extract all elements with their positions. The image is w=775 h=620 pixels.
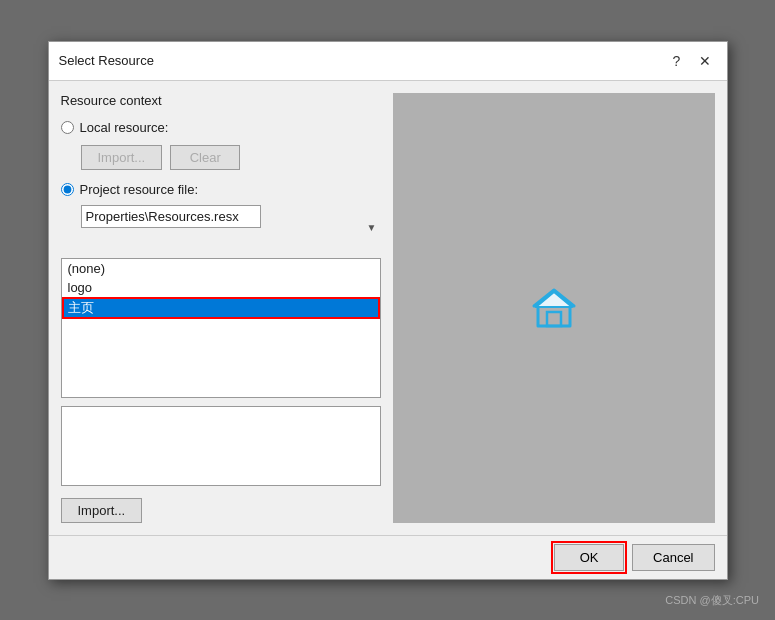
ok-button[interactable]: OK xyxy=(554,544,624,571)
dialog-footer: OK Cancel xyxy=(49,535,727,579)
resource-list-box[interactable]: (none) logo 主页 xyxy=(61,258,381,398)
cancel-button[interactable]: Cancel xyxy=(632,544,714,571)
resource-file-dropdown-wrapper: Properties\Resources.resx ▼ xyxy=(81,205,381,250)
project-resource-label: Project resource file: xyxy=(80,182,199,197)
select-resource-dialog: Select Resource ? ✕ Resource context Loc… xyxy=(48,41,728,580)
import-top-button[interactable]: Import... xyxy=(81,145,163,170)
home-icon xyxy=(530,284,578,332)
resource-file-dropdown[interactable]: Properties\Resources.resx xyxy=(81,205,261,228)
left-panel: Resource context Local resource: Import.… xyxy=(61,93,381,523)
local-resource-row: Local resource: xyxy=(61,120,381,135)
title-buttons: ? ✕ xyxy=(665,50,717,72)
list-item[interactable]: logo xyxy=(62,278,380,297)
dialog-content: Resource context Local resource: Import.… xyxy=(49,81,727,535)
dialog-title: Select Resource xyxy=(59,53,154,68)
list-item[interactable]: (none) xyxy=(62,259,380,278)
local-resource-radio[interactable] xyxy=(61,121,74,134)
lower-list-box[interactable] xyxy=(61,406,381,486)
local-resource-label: Local resource: xyxy=(80,120,169,135)
import-bottom-row: Import... xyxy=(61,498,381,523)
chevron-down-icon: ▼ xyxy=(367,222,377,233)
clear-button[interactable]: Clear xyxy=(170,145,240,170)
help-button[interactable]: ? xyxy=(665,50,689,72)
resource-context-label: Resource context xyxy=(61,93,381,108)
project-resource-radio[interactable] xyxy=(61,183,74,196)
close-button[interactable]: ✕ xyxy=(693,50,717,72)
import-bottom-button[interactable]: Import... xyxy=(61,498,143,523)
local-buttons-row: Import... Clear xyxy=(81,145,381,170)
watermark: CSDN @傻叉:CPU xyxy=(665,593,759,608)
project-resource-row: Project resource file: xyxy=(61,182,381,197)
title-bar: Select Resource ? ✕ xyxy=(49,42,727,81)
list-item-selected[interactable]: 主页 xyxy=(62,297,380,319)
svg-rect-1 xyxy=(547,312,561,326)
preview-panel xyxy=(393,93,715,523)
